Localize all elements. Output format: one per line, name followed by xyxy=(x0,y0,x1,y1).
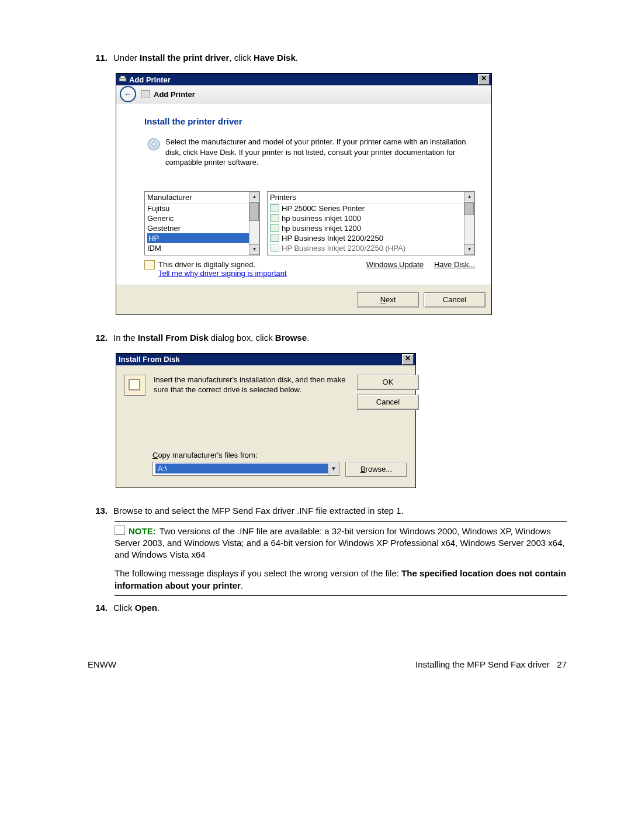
note-body-1: Two versions of the .INF file are availa… xyxy=(115,526,565,560)
step-text: Click Open. xyxy=(113,603,567,613)
step-text: In the Install From Disk dialog box, cli… xyxy=(113,333,567,343)
printer-item-icon xyxy=(270,214,279,222)
breadcrumb: Add Printer xyxy=(154,90,195,99)
step-number: 13. xyxy=(88,506,113,516)
note-body-2a: The following message displays if you se… xyxy=(115,568,401,578)
instruction-row: Select the manufacturer and model of you… xyxy=(144,137,475,168)
scrollbar-thumb[interactable] xyxy=(249,202,259,221)
scroll-down-button[interactable]: ▾ xyxy=(249,244,259,255)
ifd-instruction: Insert the manufacturer's installation d… xyxy=(154,375,349,395)
back-button[interactable]: ← xyxy=(120,86,136,102)
printers-listbox[interactable]: Printers HP 2500C Series Printer hp busi… xyxy=(267,191,475,255)
list-item[interactable]: IDM xyxy=(147,243,257,253)
cancel-button[interactable]: Cancel xyxy=(424,292,486,307)
floppy-icon xyxy=(124,375,145,396)
titlebar: Add Printer ✕ xyxy=(116,74,491,85)
manufacturer-listbox[interactable]: Manufacturer Fujitsu Generic Gestetner H… xyxy=(144,191,260,255)
note-block: NOTE:Two versions of the .INF file are a… xyxy=(115,521,567,596)
svg-point-3 xyxy=(152,143,155,146)
list-item[interactable]: Generic xyxy=(147,213,257,223)
instruction-text: Select the manufacturer and model of you… xyxy=(165,137,475,168)
wizard-footer: Next Cancel xyxy=(116,285,491,314)
list-item[interactable]: Gestetner xyxy=(147,223,257,233)
printer-icon xyxy=(119,75,127,84)
driver-signing-link[interactable]: Tell me why driver signing is important xyxy=(158,269,356,278)
breadcrumb-bar: ← Add Printer xyxy=(116,85,491,103)
wizard-heading: Install the printer driver xyxy=(144,116,475,126)
printer-icon xyxy=(141,90,150,98)
step-number: 12. xyxy=(88,333,113,343)
note-label: NOTE: xyxy=(129,526,156,536)
svg-rect-1 xyxy=(120,76,125,78)
path-value: A:\ xyxy=(155,464,328,473)
windows-update-link[interactable]: Windows Update xyxy=(366,260,424,269)
scroll-down-button[interactable]: ▾ xyxy=(464,244,474,255)
ok-button[interactable]: OK xyxy=(357,375,419,390)
printer-item-icon xyxy=(270,234,279,242)
printer-item-icon xyxy=(270,204,279,212)
step-12: 12. In the Install From Disk dialog box,… xyxy=(88,333,567,343)
manufacturer-header: Manufacturer xyxy=(145,192,259,203)
step-text: Browse to and select the MFP Send Fax dr… xyxy=(113,506,567,516)
step-text: Under Install the print driver, click Ha… xyxy=(113,53,567,63)
have-disk-link[interactable]: Have Disk... xyxy=(434,260,475,269)
signed-row: This driver is digitally signed. Tell me… xyxy=(144,260,475,278)
browse-button[interactable]: Browse... xyxy=(345,462,407,477)
chevron-down-icon[interactable]: ▼ xyxy=(328,463,339,475)
note-icon xyxy=(115,526,125,535)
signed-text: This driver is digitally signed. xyxy=(158,260,356,269)
dialog-title: Install From Disk xyxy=(119,355,180,364)
step-14: 14. Click Open. xyxy=(88,603,567,613)
path-combobox[interactable]: A:\ ▼ xyxy=(152,462,339,476)
list-item[interactable]: hp business inkjet 1000 xyxy=(270,213,472,223)
list-item[interactable]: Fujitsu xyxy=(147,203,257,213)
window-title: Add Printer xyxy=(129,75,171,84)
list-item[interactable]: hp business inkjet 1200 xyxy=(270,223,472,233)
list-item-selected[interactable]: HP xyxy=(147,233,257,243)
lists-row: Manufacturer Fujitsu Generic Gestetner H… xyxy=(144,191,475,255)
list-item[interactable]: HP 2500C Series Printer xyxy=(270,203,472,213)
note-body-2c: . xyxy=(241,580,243,590)
printers-header: Printers xyxy=(268,192,474,203)
certificate-icon xyxy=(144,260,155,269)
list-item[interactable]: HP Business Inkjet 2200/2250 (HPA) xyxy=(270,243,472,253)
list-item[interactable]: HP Business Inkjet 2200/2250 xyxy=(270,233,472,243)
close-icon[interactable]: ✕ xyxy=(402,354,414,365)
footer-left: ENWW xyxy=(88,659,116,669)
scrollbar-thumb[interactable] xyxy=(464,202,474,215)
step-11: 11. Under Install the print driver, clic… xyxy=(88,53,567,63)
cancel-button[interactable]: Cancel xyxy=(357,395,419,410)
add-printer-window: Add Printer ✕ ← Add Printer Install the … xyxy=(116,73,492,315)
wizard-body: Install the printer driver Select the ma… xyxy=(116,103,491,285)
install-from-disk-dialog: Install From Disk ✕ Insert the manufactu… xyxy=(116,353,416,488)
step-13: 13. Browse to and select the MFP Send Fa… xyxy=(88,506,567,516)
titlebar: Install From Disk ✕ xyxy=(116,354,415,365)
footer-right: Installing the MFP Send Fax driver 27 xyxy=(415,659,567,669)
printer-item-icon xyxy=(270,244,279,252)
close-icon[interactable]: ✕ xyxy=(478,74,490,85)
step-number: 14. xyxy=(88,603,113,613)
disk-icon xyxy=(144,137,165,168)
printer-item-icon xyxy=(270,224,279,232)
step-number: 11. xyxy=(88,53,113,63)
page-footer: ENWW Installing the MFP Send Fax driver … xyxy=(88,659,567,669)
copy-from-label: Copy manufacturer's files from: xyxy=(152,451,407,459)
next-button[interactable]: Next xyxy=(357,292,419,307)
